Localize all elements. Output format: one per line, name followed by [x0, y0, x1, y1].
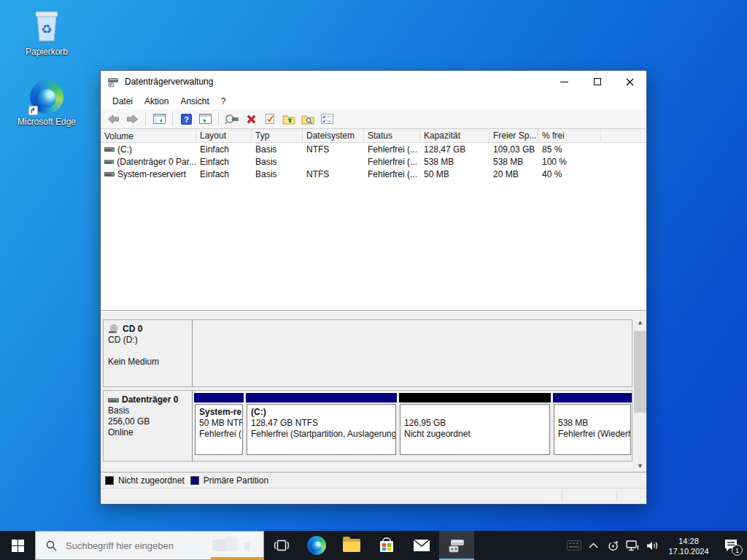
partition-name — [404, 407, 546, 418]
status-bar — [101, 488, 646, 504]
forward-button[interactable] — [124, 111, 140, 127]
minimize-button[interactable] — [548, 71, 581, 93]
folder-search-icon — [301, 114, 314, 125]
taskbar-microsoft-store[interactable] — [369, 531, 404, 560]
chevron-up-icon — [589, 542, 598, 548]
recycle-bin-icon: ♻ — [31, 7, 62, 44]
volume-name: System-reserviert — [117, 169, 186, 179]
open-folder-button[interactable] — [281, 111, 297, 127]
statusbar-separator — [562, 491, 562, 502]
volume-row-system-reserviert[interactable]: System-reserviert Einfach Basis NTFS Feh… — [101, 168, 646, 180]
system-tray: 14:28 17.10.2024 1 — [564, 531, 747, 560]
taskbar-file-explorer[interactable] — [334, 531, 369, 560]
partition-c[interactable]: (C:) 128,47 GB NTFS Fehlerfrei (Startpar… — [246, 393, 397, 459]
partition-recovery[interactable]: 538 MB Fehlerfrei (Wiederh — [553, 393, 632, 459]
taskbar-clock[interactable]: 14:28 17.10.2024 — [662, 535, 715, 556]
taskbar-search[interactable] — [35, 531, 264, 560]
legend-label: Nicht zugeordnet — [118, 475, 185, 486]
delete-x-icon — [246, 114, 257, 125]
tray-update-icon[interactable] — [603, 531, 623, 560]
window-titlebar[interactable]: Datenträgerverwaltung — [101, 71, 646, 93]
column-prozent-frei[interactable]: % frei — [538, 129, 601, 142]
close-icon — [626, 78, 634, 86]
volume-name: (Datenträger 0 Par... — [117, 157, 196, 167]
volume-kapazitaet: 538 MB — [420, 157, 489, 167]
volume-row-c[interactable]: (C:) Einfach Basis NTFS Fehlerfrei (... … — [101, 143, 646, 155]
volume-dateisystem: NTFS — [303, 169, 364, 179]
volume-row-partition2[interactable]: (Datenträger 0 Par... Einfach Basis Fehl… — [101, 155, 646, 168]
column-freier-speicher[interactable]: Freier Sp... — [489, 129, 538, 142]
touch-keyboard-icon[interactable] — [564, 531, 584, 560]
toolbar: ? — [101, 109, 646, 129]
partition-name: (C:) — [251, 407, 392, 418]
search-input[interactable] — [64, 540, 203, 552]
back-arrow-icon — [107, 114, 120, 124]
action-pane-icon — [199, 114, 212, 124]
column-status[interactable]: Status — [364, 129, 420, 142]
disk0-label[interactable]: Datenträger 0 Basis 256,00 GB Online — [104, 391, 193, 461]
check-properties-button[interactable] — [262, 111, 278, 127]
task-view-icon — [274, 539, 289, 552]
network-icon[interactable] — [623, 531, 643, 560]
volume-icon[interactable] — [643, 531, 662, 560]
vertical-scrollbar[interactable]: ▲ ▼ — [634, 316, 646, 472]
column-kapazitaet[interactable]: Kapazität — [420, 129, 489, 142]
rescan-disks-button[interactable] — [224, 111, 240, 127]
taskbar-mail[interactable] — [404, 531, 439, 560]
taskbar-disk-management-active[interactable] — [439, 531, 474, 560]
volume-icon — [104, 171, 115, 178]
column-typ[interactable]: Typ — [252, 129, 303, 142]
scroll-down-button[interactable]: ▼ — [634, 459, 646, 472]
legend-label: Primäre Partition — [204, 475, 268, 486]
menu-ansicht[interactable]: Ansicht — [174, 94, 214, 109]
disk-status: Online — [108, 427, 187, 438]
partition-status: Fehlerfrei ( — [199, 429, 239, 440]
minimize-icon — [560, 82, 568, 82]
cd-drive-label[interactable]: CD 0 CD (D:) Kein Medium — [104, 320, 193, 386]
help-button[interactable]: ? — [178, 111, 194, 127]
clock-date: 17.10.2024 — [662, 546, 715, 556]
windows-logo-icon — [12, 540, 24, 552]
show-action-pane-button[interactable] — [197, 111, 213, 127]
cd-drive-icon — [108, 324, 120, 334]
column-dateisystem[interactable]: Dateisystem — [303, 129, 364, 142]
legend-bar: Nicht zugeordnet Primäre Partition — [101, 472, 646, 488]
partition-type-band — [246, 393, 397, 402]
scrollbar-thumb[interactable] — [634, 331, 646, 413]
show-console-tree-button[interactable] — [151, 111, 167, 127]
notification-badge: 1 — [732, 545, 743, 556]
checklist-button[interactable] — [319, 111, 335, 127]
column-volume[interactable]: Volume — [101, 129, 196, 142]
menu-help[interactable]: ? — [215, 94, 232, 109]
task-view-button[interactable] — [264, 531, 299, 560]
start-button[interactable] — [0, 531, 35, 560]
show-hidden-icons-chevron[interactable] — [584, 531, 603, 560]
close-button[interactable] — [614, 71, 646, 93]
menu-datei[interactable]: Datei — [107, 94, 139, 109]
volume-prozent-frei: 100 % — [538, 157, 601, 167]
partition-name — [558, 407, 627, 418]
column-layout[interactable]: Layout — [196, 129, 252, 142]
taskbar-edge[interactable] — [299, 531, 334, 560]
toolbar-separator — [145, 112, 146, 125]
delete-button[interactable] — [243, 111, 259, 127]
desktop-icon-recycle-bin[interactable]: ♻ Papierkorb — [15, 6, 78, 57]
document-check-icon — [265, 113, 275, 125]
explore-folder-button[interactable] — [300, 111, 316, 127]
desktop-icon-microsoft-edge[interactable]: Microsoft Edge — [15, 76, 78, 127]
scroll-up-button[interactable]: ▲ — [634, 316, 646, 328]
partition-system-reserviert[interactable]: System-re 50 MB NTF Fehlerfrei ( — [194, 393, 244, 459]
back-button[interactable] — [105, 111, 121, 127]
volume-list-header: Volume Layout Typ Dateisystem Status Kap… — [101, 129, 646, 143]
volume-prozent-frei: 40 % — [538, 169, 601, 179]
menu-aktion[interactable]: Aktion — [139, 94, 174, 109]
action-center-button[interactable]: 1 — [715, 531, 747, 560]
partition-unallocated[interactable]: 126,95 GB Nicht zugeordnet — [399, 393, 551, 459]
partition-status: Fehlerfrei (Startpartition, Auslagerung — [251, 429, 392, 440]
volume-kapazitaet: 128,47 GB — [420, 144, 489, 155]
volume-freier-sp: 109,03 GB — [489, 144, 538, 155]
toolbar-separator — [172, 112, 173, 125]
maximize-button[interactable] — [581, 71, 614, 93]
help-icon: ? — [181, 114, 192, 125]
pane-splitter[interactable] — [101, 310, 646, 316]
